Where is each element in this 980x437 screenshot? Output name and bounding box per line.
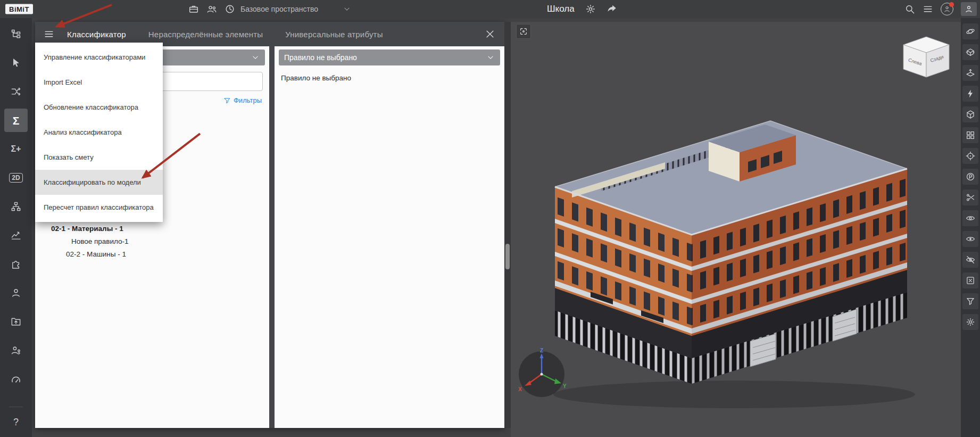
select-tool-button[interactable] (4, 51, 28, 75)
filters-link[interactable]: Фильтры (234, 96, 262, 104)
clear-selection-button[interactable] (962, 273, 978, 288)
right-toolbar (961, 18, 980, 437)
topbar: BiMiT Базовое пространство Школа (0, 0, 980, 18)
analytics-button[interactable] (4, 224, 28, 247)
topbar-tools (188, 0, 235, 18)
topbar-right (904, 0, 977, 18)
panel-tabs: Классификатор Нераспределённые элементы … (67, 30, 383, 39)
rule-empty-text: Правило не выбрано (281, 74, 498, 82)
plugins-button[interactable] (4, 252, 28, 276)
close-panel-button[interactable] (482, 26, 498, 42)
menu-item-manage-classifiers[interactable]: Управление классификаторами (35, 45, 163, 70)
workspace-select-value: Базовое пространство (240, 5, 318, 13)
show-selected-button[interactable] (962, 231, 978, 247)
navigation-cube[interactable]: Слева Сзади (897, 34, 956, 87)
tab-classifier[interactable]: Классификатор (67, 30, 126, 39)
menu-item-show-estimate[interactable]: Показать смету (35, 145, 163, 170)
history-icon[interactable] (225, 4, 235, 14)
show-all-button[interactable] (962, 210, 978, 226)
menu-item-update-classifier[interactable]: Обновление классификатора (35, 95, 163, 120)
axis-gizmo[interactable]: Z X Y (514, 347, 569, 402)
classifier-button[interactable]: Σ (4, 109, 28, 132)
chevron-down-icon (343, 5, 351, 13)
app-root: BiMiT Базовое пространство Школа Σ Σ+ 2D (0, 0, 980, 437)
section-box-button[interactable] (962, 44, 978, 60)
menu-item-import-excel[interactable]: Import Excel (35, 70, 163, 95)
notification-badge (949, 2, 954, 7)
plans-button[interactable] (962, 169, 978, 185)
hide-selected-button[interactable] (962, 252, 978, 268)
app-logo: BiMiT (5, 4, 33, 14)
projects-icon[interactable] (188, 4, 199, 14)
rule-select-value: Правило не выбрано (284, 53, 357, 62)
menu-item-analyze-classifier[interactable]: Анализ классификатора (35, 120, 163, 145)
tree-item-machines[interactable]: 02-2 - Машины - 1 (35, 248, 269, 260)
gizmo-y-label: Y (563, 383, 567, 389)
scrollbar-thumb[interactable] (505, 244, 510, 269)
left-toolbar: Σ Σ+ 2D ? (0, 18, 32, 437)
help-button[interactable]: ? (6, 413, 26, 432)
settings-gear-icon[interactable] (585, 4, 596, 14)
classifier-menu: Управление классификаторами Import Excel… (35, 43, 163, 222)
viewport-3d[interactable]: Слева Сзади Z X Y (511, 22, 961, 437)
dashboard-button[interactable] (4, 367, 28, 391)
building-model (511, 22, 961, 437)
visibility-filter-button[interactable] (962, 293, 978, 309)
rule-select[interactable]: Правило не выбрано (279, 50, 500, 65)
tab-universal-attributes[interactable]: Универсальные атрибуты (285, 30, 383, 39)
notifications-avatar[interactable] (941, 3, 953, 15)
panel-menu-button[interactable] (39, 24, 59, 44)
panel-scrollbar (504, 22, 511, 428)
quick-section-button[interactable] (962, 86, 978, 102)
export-button[interactable] (4, 310, 28, 333)
filter-funnel-icon (223, 97, 231, 104)
focus-button[interactable] (516, 24, 531, 39)
search-icon[interactable] (904, 4, 915, 14)
cube-view-button[interactable] (962, 106, 978, 122)
clip-plane-button[interactable] (962, 65, 978, 81)
classifier-plus-button[interactable]: Σ+ (4, 137, 28, 161)
view-settings-button[interactable] (962, 314, 978, 330)
chevron-down-icon (486, 53, 495, 62)
structure-button[interactable] (4, 195, 28, 218)
menu-item-classify-by-model[interactable]: Классифицировать по модели (35, 170, 163, 195)
access-button[interactable] (4, 339, 28, 362)
orbit-button[interactable] (962, 23, 978, 39)
gizmo-x-label: X (518, 386, 522, 392)
classifier-tree: 02-1 - Материалы - 1 Новое правило-1 02-… (35, 222, 269, 260)
viewports-grid-button[interactable] (962, 127, 978, 143)
menu-item-recalculate-rules[interactable]: Пересчет правил классификатора (35, 195, 163, 220)
drawings-2d-button[interactable]: 2D (4, 166, 28, 189)
workspace-select[interactable]: Базовое пространство (240, 0, 351, 18)
team-icon[interactable] (206, 4, 217, 14)
tree-item-new-rule[interactable]: Новое правило-1 (35, 235, 269, 248)
share-icon[interactable] (607, 4, 617, 14)
menu-list-icon[interactable] (923, 4, 933, 14)
project-title: Школа (547, 4, 575, 14)
model-tree-button[interactable] (4, 22, 28, 46)
chevron-down-icon (251, 53, 260, 62)
gizmo-z-label: Z (540, 348, 543, 353)
toolbar-divider (9, 407, 23, 407)
account-button[interactable] (961, 2, 977, 16)
project-title-group: Школа (547, 0, 617, 18)
rule-pane: Правило не выбрано Правило не выбрано (275, 46, 504, 428)
focus-selected-button[interactable] (962, 148, 978, 164)
clash-button[interactable] (4, 80, 28, 103)
users-button[interactable] (4, 281, 28, 304)
tab-unallocated-elements[interactable]: Нераспределённые элементы (148, 30, 263, 39)
cut-button[interactable] (962, 189, 978, 205)
tree-item-materials[interactable]: 02-1 - Материалы - 1 (35, 222, 269, 235)
